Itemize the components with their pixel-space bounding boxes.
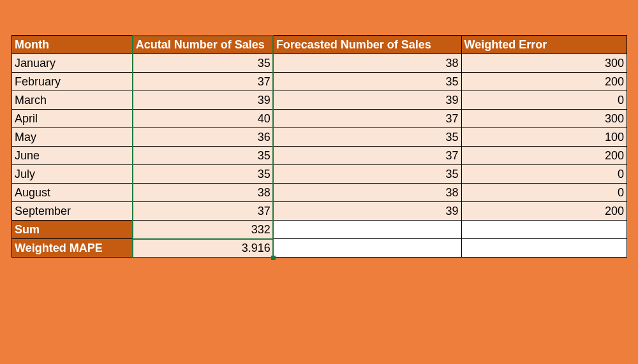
cell-weighted-error[interactable]: 0	[461, 184, 627, 202]
cell-weighted-error[interactable]: 100	[461, 128, 627, 147]
table-row: August38380	[12, 184, 627, 202]
cell-weighted-error[interactable]: 200	[461, 202, 627, 221]
cell-month[interactable]: February	[12, 73, 133, 91]
table-row: June3537200	[12, 147, 627, 165]
cell-forecast[interactable]: 35	[273, 128, 461, 147]
cell-actual[interactable]: 37	[133, 202, 273, 221]
cell-weighted-error[interactable]: 200	[461, 73, 627, 91]
wmape-label[interactable]: Weighted MAPE	[12, 239, 133, 258]
table-row: February3735200	[12, 73, 627, 91]
table-wrapper: Month Acutal Number of Sales Forecasted …	[11, 35, 627, 258]
cell-forecast[interactable]: 39	[273, 91, 461, 110]
empty-cell[interactable]	[461, 239, 627, 258]
cell-month[interactable]: March	[12, 91, 133, 110]
cell-month[interactable]: June	[12, 147, 133, 165]
cell-actual[interactable]: 35	[133, 165, 273, 184]
sales-table: Month Acutal Number of Sales Forecasted …	[11, 35, 627, 258]
cell-month[interactable]: May	[12, 128, 133, 147]
table-row: April4037300	[12, 110, 627, 128]
cell-forecast[interactable]: 38	[273, 184, 461, 202]
cell-weighted-error[interactable]: 0	[461, 165, 627, 184]
cell-actual[interactable]: 37	[133, 73, 273, 91]
cell-weighted-error[interactable]: 300	[461, 110, 627, 128]
cell-actual[interactable]: 36	[133, 128, 273, 147]
cell-month[interactable]: April	[12, 110, 133, 128]
empty-cell[interactable]	[273, 221, 461, 239]
table-row: September3739200	[12, 202, 627, 221]
cell-weighted-error[interactable]: 200	[461, 147, 627, 165]
cell-actual[interactable]: 39	[133, 91, 273, 110]
cell-forecast[interactable]: 35	[273, 73, 461, 91]
cell-forecast[interactable]: 37	[273, 147, 461, 165]
header-forecast[interactable]: Forecasted Number of Sales	[273, 36, 461, 54]
header-weighted-error[interactable]: Weighted Error	[461, 36, 627, 54]
header-row: Month Acutal Number of Sales Forecasted …	[12, 36, 627, 54]
cell-forecast[interactable]: 38	[273, 54, 461, 73]
cell-forecast[interactable]: 37	[273, 110, 461, 128]
empty-cell[interactable]	[273, 239, 461, 258]
table-row: January3538300	[12, 54, 627, 73]
cell-month[interactable]: August	[12, 184, 133, 202]
wmape-value[interactable]: 3.916	[133, 239, 273, 258]
cell-forecast[interactable]: 35	[273, 165, 461, 184]
header-actual[interactable]: Acutal Number of Sales	[133, 36, 273, 54]
cell-weighted-error[interactable]: 0	[461, 91, 627, 110]
header-month[interactable]: Month	[12, 36, 133, 54]
sum-row: Sum 332	[12, 221, 627, 239]
cell-month[interactable]: September	[12, 202, 133, 221]
table-row: May3635100	[12, 128, 627, 147]
table-row: March39390	[12, 91, 627, 110]
wmape-row: Weighted MAPE 3.916	[12, 239, 627, 258]
sum-label[interactable]: Sum	[12, 221, 133, 239]
table-row: July35350	[12, 165, 627, 184]
cell-month[interactable]: July	[12, 165, 133, 184]
cell-weighted-error[interactable]: 300	[461, 54, 627, 73]
cell-actual[interactable]: 35	[133, 147, 273, 165]
cell-actual[interactable]: 35	[133, 54, 273, 73]
cell-actual[interactable]: 38	[133, 184, 273, 202]
cell-forecast[interactable]: 39	[273, 202, 461, 221]
cell-actual[interactable]: 40	[133, 110, 273, 128]
empty-cell[interactable]	[461, 221, 627, 239]
cell-month[interactable]: January	[12, 54, 133, 73]
sum-value[interactable]: 332	[133, 221, 273, 239]
